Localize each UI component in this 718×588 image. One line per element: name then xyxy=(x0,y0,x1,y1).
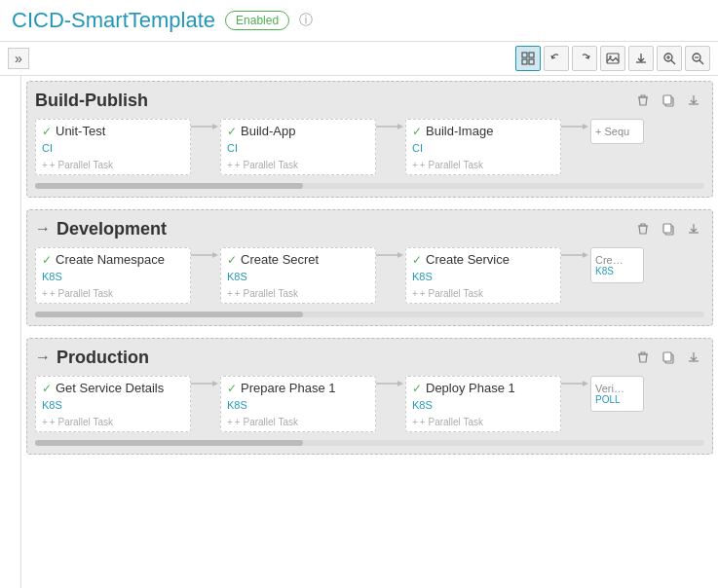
task-wrapper-create-namespace: ✓ Create Namespace K8S ++ Parallel Task xyxy=(35,247,191,304)
copy-icon xyxy=(661,350,675,364)
trash-icon xyxy=(636,93,650,107)
zoom-out-button[interactable] xyxy=(685,46,710,71)
image-export-button[interactable] xyxy=(600,46,625,71)
svg-point-5 xyxy=(609,55,611,57)
phase-development: → Development xyxy=(26,209,713,326)
connector-7 xyxy=(191,376,220,391)
info-icon[interactable]: ⓘ xyxy=(299,12,313,29)
phase-production-copy[interactable] xyxy=(658,347,679,368)
phase-production-title: Production xyxy=(57,348,632,368)
phase-build-publish-title: Build-Publish xyxy=(35,91,632,111)
task-card-create-secret[interactable]: ✓ Create Secret K8S ++ Parallel Task xyxy=(220,247,376,304)
parallel-task-btn-get-service[interactable]: ++ Parallel Task xyxy=(42,417,184,427)
development-tasks-row: ✓ Create Namespace K8S ++ Parallel Task xyxy=(35,247,704,304)
task-card-get-service-details[interactable]: ✓ Get Service Details K8S ++ Parallel Ta… xyxy=(35,376,191,432)
svg-marker-27 xyxy=(212,381,218,386)
export-icon xyxy=(687,93,700,107)
copy-icon xyxy=(661,93,675,107)
sidebar-toggle-button[interactable]: » xyxy=(8,48,29,69)
task-check-create-secret: ✓ xyxy=(227,253,237,267)
svg-marker-21 xyxy=(397,252,403,258)
task-check-deploy-phase: ✓ xyxy=(412,382,422,395)
svg-marker-15 xyxy=(583,124,588,129)
sidebar-panel xyxy=(0,76,21,588)
phase-build-publish-export[interactable] xyxy=(683,90,704,111)
task-name-deploy-phase: Deploy Phase 1 xyxy=(426,381,515,395)
parallel-task-btn-deploy-phase[interactable]: ++ Parallel Task xyxy=(412,417,554,427)
phase-production-delete[interactable] xyxy=(632,347,654,368)
task-card-deploy-phase[interactable]: ✓ Deploy Phase 1 K8S ++ Parallel Task xyxy=(405,376,561,432)
undo-button[interactable] xyxy=(544,46,569,71)
task-check-build-app: ✓ xyxy=(227,125,237,138)
phase-development-copy[interactable] xyxy=(658,218,679,239)
connector-8 xyxy=(376,376,405,391)
redo-button[interactable] xyxy=(572,46,597,71)
task-wrapper-unit-test: ✓ Unit-Test CI ++ Parallel Task xyxy=(35,119,191,175)
task-type-build-app: CI xyxy=(227,142,369,154)
phase-development-export[interactable] xyxy=(683,218,704,239)
phase-development-delete[interactable] xyxy=(632,218,654,239)
svg-marker-29 xyxy=(397,381,403,386)
task-wrapper-create-service: ✓ Create Service K8S ++ Parallel Task xyxy=(405,247,561,304)
scroll-hint-development[interactable] xyxy=(35,312,704,317)
image-icon xyxy=(606,52,620,65)
svg-rect-25 xyxy=(663,352,671,361)
connector-2 xyxy=(376,119,405,134)
task-check-get-service-details: ✓ xyxy=(42,382,52,395)
task-type-build-image: CI xyxy=(412,142,554,154)
task-type-deploy-phase: K8S xyxy=(412,399,554,411)
parallel-task-btn-create-namespace[interactable]: ++ Parallel Task xyxy=(42,288,184,299)
phase-arrow-development: → xyxy=(35,220,51,238)
phase-arrow-production: → xyxy=(35,349,51,366)
task-card-prepare-phase[interactable]: ✓ Prepare Phase 1 K8S ++ Parallel Task xyxy=(220,376,376,432)
connector-3 xyxy=(561,119,590,134)
task-card-unit-test[interactable]: ✓ Unit-Test CI ++ Parallel Task xyxy=(35,119,191,175)
copy-icon xyxy=(661,222,675,236)
grid-view-button[interactable] xyxy=(515,46,541,71)
build-publish-tasks-row: ✓ Unit-Test CI ++ Parallel Task xyxy=(35,119,704,175)
scroll-hint-build-publish[interactable] xyxy=(35,183,704,189)
phase-production-export[interactable] xyxy=(683,347,704,368)
task-card-build-image[interactable]: ✓ Build-Image CI ++ Parallel Task xyxy=(405,119,561,175)
parallel-task-btn-build-image[interactable]: ++ Parallel Task xyxy=(412,160,554,170)
connector-9 xyxy=(561,376,590,391)
app-header: CICD-SmartTemplate Enabled ⓘ xyxy=(0,0,718,42)
task-card-create-namespace[interactable]: ✓ Create Namespace K8S ++ Parallel Task xyxy=(35,247,191,304)
download-button[interactable] xyxy=(628,46,654,71)
task-check-prepare-phase: ✓ xyxy=(227,382,237,395)
task-name-get-service-details: Get Service Details xyxy=(56,381,164,395)
task-name-build-app: Build-App xyxy=(241,124,295,138)
task-type-create-service: K8S xyxy=(412,271,554,282)
trash-icon xyxy=(636,222,650,236)
task-check-create-namespace: ✓ xyxy=(42,253,52,267)
scroll-thumb-production xyxy=(35,440,303,446)
task-name-prepare-phase: Prepare Phase 1 xyxy=(241,381,336,395)
parallel-task-btn-create-service[interactable]: ++ Parallel Task xyxy=(412,288,554,299)
svg-marker-11 xyxy=(212,124,218,129)
task-name-unit-test: Unit-Test xyxy=(56,124,105,138)
phase-build-publish-delete[interactable] xyxy=(632,90,654,111)
parallel-task-btn-prepare-phase[interactable]: ++ Parallel Task xyxy=(227,417,369,427)
svg-rect-3 xyxy=(529,59,534,64)
parallel-task-btn-build-app[interactable]: ++ Parallel Task xyxy=(227,160,369,170)
undo-icon xyxy=(549,52,563,65)
toolbar: » xyxy=(0,42,718,76)
phase-build-publish-copy[interactable] xyxy=(658,90,679,111)
svg-marker-13 xyxy=(397,124,403,129)
parallel-task-btn-unit-test[interactable]: ++ Parallel Task xyxy=(42,160,184,170)
task-type-create-namespace: K8S xyxy=(42,271,184,282)
export-icon xyxy=(687,222,700,236)
parallel-task-btn-create-secret[interactable]: ++ Parallel Task xyxy=(227,288,369,299)
task-type-get-service-details: K8S xyxy=(42,399,184,411)
zoom-in-button[interactable] xyxy=(657,46,682,71)
phase-build-publish: Build-Publish xyxy=(26,81,713,198)
task-card-create-service[interactable]: ✓ Create Service K8S ++ Parallel Task xyxy=(405,247,561,304)
phase-development-title: Development xyxy=(57,219,632,239)
enabled-badge[interactable]: Enabled xyxy=(225,11,289,30)
pipeline-canvas: Build-Publish xyxy=(21,76,718,588)
zoom-out-icon xyxy=(691,52,704,65)
task-type-create-secret: K8S xyxy=(227,271,369,282)
svg-marker-23 xyxy=(583,252,588,258)
task-card-build-app[interactable]: ✓ Build-App CI ++ Parallel Task xyxy=(220,119,376,175)
scroll-hint-production[interactable] xyxy=(35,440,704,446)
